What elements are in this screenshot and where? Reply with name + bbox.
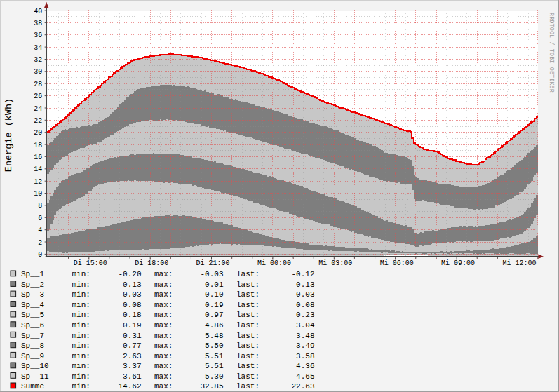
svg-text:-0.03: -0.03	[118, 290, 141, 299]
svg-text:26: 26	[34, 93, 42, 100]
svg-text:min:: min:	[72, 311, 90, 319]
svg-text:40: 40	[34, 8, 42, 15]
svg-text:Sp__3: Sp__3	[21, 290, 44, 299]
svg-text:30: 30	[34, 68, 42, 76]
svg-text:Sp__10: Sp__10	[21, 362, 49, 370]
svg-text:8: 8	[38, 202, 42, 210]
svg-text:-0.12: -0.12	[291, 270, 314, 278]
svg-text:Summe: Summe	[21, 382, 44, 391]
svg-text:min:: min:	[72, 321, 90, 330]
svg-text:Di 18:00: Di 18:00	[135, 259, 168, 267]
svg-text:last:: last:	[236, 332, 260, 340]
svg-text:Mi 03:00: Mi 03:00	[318, 259, 352, 267]
svg-text:-0.03: -0.03	[291, 290, 314, 299]
svg-text:max:: max:	[154, 311, 173, 319]
svg-text:last:: last:	[236, 321, 260, 330]
svg-text:Mi 09:00: Mi 09:00	[441, 259, 475, 267]
svg-text:12: 12	[34, 178, 42, 186]
svg-text:min:: min:	[72, 290, 90, 299]
svg-text:max:: max:	[154, 270, 173, 278]
svg-text:min:: min:	[72, 270, 90, 278]
svg-text:max:: max:	[154, 281, 173, 289]
svg-text:34: 34	[34, 44, 42, 52]
svg-text:Mi 12:00: Mi 12:00	[502, 259, 536, 267]
svg-text:min:: min:	[72, 382, 90, 391]
svg-text:0.01: 0.01	[205, 281, 224, 289]
svg-text:max:: max:	[154, 301, 173, 309]
svg-text:Mi 06:00: Mi 06:00	[380, 259, 414, 267]
svg-text:32: 32	[34, 56, 42, 64]
svg-text:22.63: 22.63	[291, 382, 314, 391]
svg-text:-0.03: -0.03	[200, 270, 223, 278]
svg-text:0.23: 0.23	[296, 311, 314, 319]
svg-text:min:: min:	[72, 352, 90, 360]
svg-text:last:: last:	[236, 382, 260, 391]
svg-text:0.08: 0.08	[123, 301, 141, 309]
svg-text:last:: last:	[236, 290, 260, 299]
svg-text:Di 15:00: Di 15:00	[74, 259, 107, 267]
svg-text:max:: max:	[154, 382, 173, 391]
svg-text:min:: min:	[72, 281, 90, 289]
svg-text:4.86: 4.86	[205, 321, 223, 330]
svg-text:2: 2	[38, 239, 42, 247]
svg-text:5.51: 5.51	[205, 352, 224, 360]
svg-text:0.10: 0.10	[205, 290, 223, 299]
svg-text:-0.13: -0.13	[291, 281, 314, 289]
svg-text:max:: max:	[154, 290, 173, 299]
svg-text:max:: max:	[154, 372, 173, 381]
svg-text:Sp__6: Sp__6	[21, 321, 44, 330]
svg-text:last:: last:	[236, 372, 260, 381]
svg-text:16: 16	[34, 154, 42, 161]
svg-text:Energie (kWh): Energie (kWh)	[4, 98, 14, 172]
svg-text:last:: last:	[236, 301, 260, 309]
svg-text:Mi 00:00: Mi 00:00	[257, 259, 291, 267]
svg-text:min:: min:	[72, 372, 90, 381]
svg-text:0.77: 0.77	[123, 342, 141, 350]
svg-text:0.19: 0.19	[123, 321, 141, 330]
svg-text:4.36: 4.36	[296, 362, 314, 370]
svg-text:22: 22	[34, 117, 42, 125]
svg-text:3.04: 3.04	[296, 321, 315, 330]
svg-text:3.61: 3.61	[123, 372, 142, 381]
svg-text:4.65: 4.65	[296, 372, 314, 381]
svg-text:14: 14	[34, 165, 42, 173]
svg-text:max:: max:	[154, 362, 173, 370]
svg-text:0.31: 0.31	[123, 332, 142, 340]
svg-text:0.08: 0.08	[296, 301, 314, 309]
svg-text:3.48: 3.48	[296, 332, 314, 340]
svg-text:5.51: 5.51	[205, 362, 224, 370]
svg-text:Sp__4: Sp__4	[21, 301, 44, 309]
svg-text:last:: last:	[236, 342, 260, 350]
svg-text:5.48: 5.48	[205, 332, 223, 340]
svg-text:-0.13: -0.13	[118, 281, 141, 289]
svg-text:min:: min:	[72, 301, 90, 309]
svg-text:max:: max:	[154, 321, 173, 330]
svg-text:36: 36	[34, 32, 42, 39]
svg-text:0.18: 0.18	[123, 311, 141, 319]
svg-text:28: 28	[34, 81, 42, 88]
svg-text:Sp__1: Sp__1	[21, 270, 44, 278]
svg-text:Sp__5: Sp__5	[21, 311, 44, 319]
svg-text:5.30: 5.30	[205, 372, 223, 381]
svg-text:38: 38	[34, 20, 42, 27]
svg-text:24: 24	[34, 105, 42, 113]
svg-text:3.37: 3.37	[123, 362, 141, 370]
svg-text:Sp__7: Sp__7	[21, 332, 44, 340]
svg-text:32.85: 32.85	[200, 382, 223, 391]
svg-text:2.63: 2.63	[123, 352, 141, 360]
svg-text:RRDTOOL / TOBI OETIKER: RRDTOOL / TOBI OETIKER	[548, 13, 555, 93]
svg-text:last:: last:	[236, 362, 260, 370]
svg-text:last:: last:	[236, 270, 260, 278]
svg-text:-0.20: -0.20	[118, 270, 141, 278]
svg-text:6: 6	[38, 215, 42, 222]
svg-text:min:: min:	[72, 332, 90, 340]
svg-text:last:: last:	[236, 352, 260, 360]
svg-text:14.62: 14.62	[118, 382, 141, 391]
svg-text:20: 20	[34, 129, 42, 137]
svg-text:10: 10	[34, 190, 42, 198]
svg-text:max:: max:	[154, 332, 173, 340]
svg-text:18: 18	[34, 142, 42, 149]
svg-text:last:: last:	[236, 311, 260, 319]
svg-text:Di 21:00: Di 21:00	[196, 259, 229, 267]
svg-text:4: 4	[38, 227, 42, 234]
